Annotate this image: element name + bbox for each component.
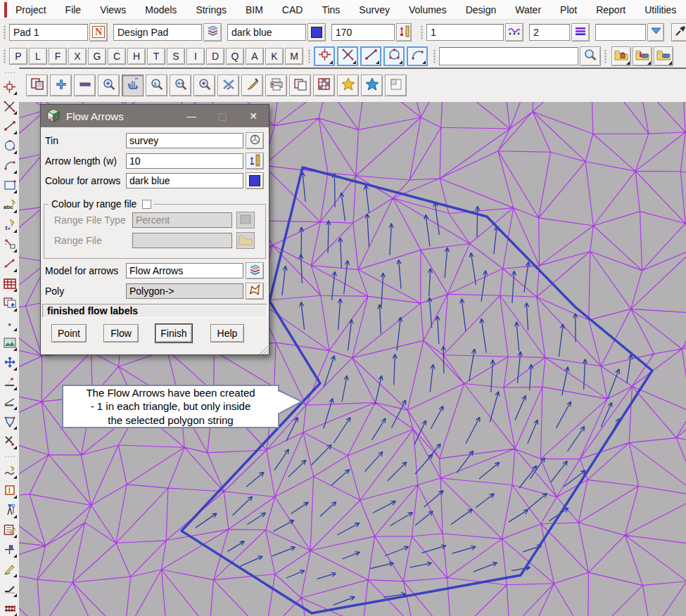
menu-item-strings[interactable]: Strings: [196, 1, 227, 18]
move-tool-button[interactable]: [2, 356, 18, 371]
gradient-string-button[interactable]: [2, 395, 18, 411]
freehand-button[interactable]: [2, 464, 18, 480]
zoom-in-button[interactable]: [50, 75, 72, 96]
snap-button[interactable]: [360, 46, 381, 66]
chamfer-button[interactable]: [2, 582, 18, 598]
linewidth-input[interactable]: [529, 24, 570, 41]
menu-item-tins[interactable]: Tins: [322, 1, 340, 18]
menu-item-volumes[interactable]: Volumes: [409, 1, 447, 18]
pan-button[interactable]: [122, 75, 144, 96]
toolbar-grip[interactable]: [432, 49, 437, 64]
arc-tool-button[interactable]: [2, 159, 18, 174]
menu-item-cad[interactable]: CAD: [282, 1, 303, 18]
folder-button[interactable]: [654, 46, 673, 66]
search-button[interactable]: [580, 46, 601, 66]
range-file-input[interactable]: [132, 233, 232, 248]
delete-view-button[interactable]: [217, 75, 239, 96]
measure-height-button[interactable]: [246, 153, 264, 169]
letter-button-t[interactable]: T: [147, 48, 165, 65]
letter-button-g[interactable]: G: [88, 48, 106, 65]
menu-item-views[interactable]: Views: [100, 1, 126, 18]
menu-item-utilities[interactable]: Utilities: [644, 1, 676, 18]
letter-button-x[interactable]: X: [68, 48, 87, 65]
letter-button-d[interactable]: D: [206, 48, 224, 65]
pane-layout-button[interactable]: [385, 75, 407, 96]
circle-tool-button[interactable]: [2, 139, 18, 155]
zoom-out-button[interactable]: [74, 75, 96, 96]
letter-button-p[interactable]: P: [9, 48, 27, 65]
letter-button-f[interactable]: F: [49, 48, 67, 65]
style-dropdown-button[interactable]: [647, 23, 664, 41]
maximize-button[interactable]: ▢: [207, 105, 238, 127]
toolbar-grip[interactable]: [307, 49, 312, 64]
cleanup-brush-button[interactable]: [241, 75, 263, 96]
letter-button-k[interactable]: K: [265, 48, 284, 65]
polygon-tool-button[interactable]: ▪: [2, 316, 18, 332]
menu-item-bim[interactable]: BIM: [246, 1, 263, 18]
zoom-previous-button[interactable]: [193, 75, 215, 96]
search-input[interactable]: [439, 47, 578, 65]
snap-star-button[interactable]: [361, 75, 383, 96]
tin-input[interactable]: [126, 133, 243, 148]
tin-contour-button[interactable]: [505, 23, 523, 41]
folder-button[interactable]: [611, 46, 631, 66]
railway-button[interactable]: [2, 602, 18, 616]
menu-item-water[interactable]: Water: [515, 1, 541, 18]
menu-item-design[interactable]: Design: [466, 1, 497, 18]
snap-button[interactable]: [383, 46, 405, 66]
eyedropper-button[interactable]: [671, 23, 686, 41]
copy-view-button[interactable]: [289, 75, 311, 96]
letter-button-h[interactable]: H: [127, 48, 146, 65]
range-file-browse-button[interactable]: [236, 232, 255, 249]
poly-input[interactable]: [126, 283, 243, 299]
point-string-button[interactable]: [2, 238, 18, 253]
snap-button[interactable]: [314, 46, 335, 66]
survey-instrument-button[interactable]: [2, 503, 18, 519]
model-input[interactable]: [113, 24, 202, 41]
zoom-shrink-button[interactable]: [170, 75, 191, 96]
name-badge-button[interactable]: N: [89, 23, 108, 41]
toolbar-grip[interactable]: [4, 456, 15, 460]
menu-item-survey[interactable]: Survey: [359, 1, 390, 18]
toolbar-grip[interactable]: [603, 49, 608, 64]
measure-line-button[interactable]: [2, 257, 18, 273]
colour-swatch-button[interactable]: [307, 23, 326, 41]
arrow-colour-swatch-button[interactable]: [246, 172, 264, 189]
range-file-type-choice-button[interactable]: [236, 212, 255, 229]
zoom-window-button[interactable]: ±: [146, 75, 167, 96]
point-snap-button[interactable]: [2, 80, 18, 96]
colour-input[interactable]: [227, 24, 306, 41]
delete-point-button[interactable]: [2, 435, 18, 450]
letter-button-m[interactable]: M: [285, 48, 303, 65]
section-flag-button[interactable]: [2, 543, 18, 558]
favourite-star-button[interactable]: [337, 75, 359, 96]
views-menu-button[interactable]: [26, 75, 48, 96]
weight-input[interactable]: [426, 24, 504, 41]
menu-item-plot[interactable]: Plot: [560, 1, 577, 18]
letter-button-a[interactable]: A: [246, 48, 264, 65]
snap-button[interactable]: [337, 46, 358, 66]
toolbar-grip[interactable]: [4, 72, 15, 76]
rectangle-tool-button[interactable]: [2, 179, 18, 194]
shield-polygon-button[interactable]: [2, 415, 18, 430]
letter-button-c[interactable]: C: [108, 48, 126, 65]
add-view-button[interactable]: [2, 297, 18, 312]
menu-item-project[interactable]: Project: [15, 1, 46, 18]
menu-item-report[interactable]: Report: [596, 1, 625, 18]
letter-button-q[interactable]: Q: [226, 48, 244, 65]
height-input[interactable]: [331, 24, 395, 41]
resize-grip[interactable]: [259, 345, 268, 354]
colour-by-range-checkbox[interactable]: [142, 200, 151, 209]
letter-button-l[interactable]: L: [29, 48, 47, 65]
sketch-pencil-button[interactable]: [2, 563, 18, 578]
toolbar-grip[interactable]: [2, 49, 7, 64]
line-segment-button[interactable]: [2, 120, 18, 135]
tin-select-button[interactable]: [246, 132, 264, 149]
colour-for-arrows-input[interactable]: [126, 173, 243, 188]
pad-input[interactable]: [9, 24, 88, 41]
style-combo-input[interactable]: [595, 24, 646, 41]
zoom-extents-button[interactable]: [98, 75, 120, 96]
grid-button[interactable]: [313, 75, 335, 96]
notebook-button[interactable]: [2, 523, 18, 539]
arrow-length-input[interactable]: [126, 153, 243, 169]
